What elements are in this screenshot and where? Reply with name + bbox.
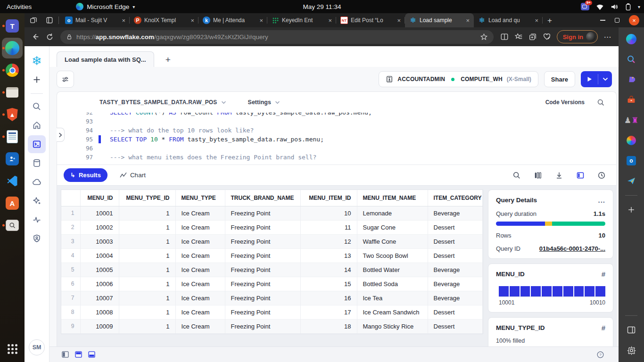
- sign-in-button[interactable]: Sign in: [557, 30, 598, 43]
- layout-left-panel-icon[interactable]: [62, 351, 69, 358]
- columns-icon[interactable]: [534, 171, 542, 180]
- add-sidebar-icon[interactable]: [625, 204, 637, 216]
- split-screen-icon[interactable]: [497, 30, 512, 44]
- browser-tab[interactable]: o Mail - Sujit V ×: [61, 13, 130, 27]
- table-row[interactable]: 9100091Ice CreamFreezing Point18Mango St…: [61, 319, 483, 333]
- sidebar-settings-icon[interactable]: [625, 344, 637, 356]
- favorites-icon[interactable]: [512, 30, 526, 44]
- browser-tab[interactable]: P KnolX Templ ×: [130, 13, 198, 27]
- dock-item-vscode[interactable]: [2, 171, 23, 191]
- worksheet-tab[interactable]: Load sample data with SQ...: [57, 51, 154, 67]
- sidebar-item-plus[interactable]: [28, 71, 46, 89]
- dock-item-libreoffice-writer[interactable]: [2, 126, 23, 147]
- dock-item-screenshot-tool[interactable]: [2, 215, 23, 236]
- dock-item-microsoft-365[interactable]: [2, 148, 23, 169]
- bookmark-star-icon[interactable]: [480, 33, 488, 41]
- table-row[interactable]: 8100081Ice CreamFreezing Point17Ice Crea…: [61, 305, 483, 319]
- history-icon[interactable]: [597, 171, 606, 180]
- sql-editor[interactable]: 92SELECT COUNT(*) AS row_count FROM tast…: [57, 113, 616, 165]
- tab-close-icon[interactable]: ×: [533, 17, 540, 24]
- sidebar-item-marketplace[interactable]: [28, 173, 46, 191]
- drop-sidebar-icon[interactable]: [625, 175, 637, 187]
- dock-item-teams[interactable]: T: [2, 16, 23, 36]
- outlook-sidebar-icon[interactable]: o: [625, 155, 637, 167]
- sidebar-panel-icon[interactable]: [625, 324, 637, 336]
- microsoft-365-sidebar-icon[interactable]: [625, 134, 637, 147]
- browser-tab[interactable]: ❄ Load and qu ×: [474, 13, 543, 27]
- layout-top-panel-icon[interactable]: [75, 351, 82, 358]
- share-button[interactable]: Share: [544, 71, 575, 87]
- tab-close-icon[interactable]: ×: [396, 17, 402, 24]
- tab-close-icon[interactable]: ×: [464, 17, 471, 24]
- browser-tab[interactable]: k Me | Attenda ×: [198, 13, 267, 27]
- battery-icon[interactable]: [625, 3, 631, 11]
- kebab-menu-icon[interactable]: ...: [598, 196, 605, 204]
- table-row[interactable]: 2100021Ice CreamFreezing Point11Sugar Co…: [61, 220, 483, 234]
- column-header[interactable]: MENU_TYPE: [175, 190, 225, 206]
- dock-item-files[interactable]: [2, 82, 23, 103]
- run-button[interactable]: [581, 76, 598, 82]
- tray-chevron-icon[interactable]: ▾: [638, 4, 640, 9]
- minimize-button[interactable]: [600, 20, 605, 21]
- browser-tab[interactable]: NT Edit Post “Lo ×: [336, 13, 405, 27]
- column-header[interactable]: MENU_ITEM_NAME: [357, 190, 428, 206]
- session-context-selector[interactable]: ACCOUNTADMIN COMPUTE_WH (X-Small): [379, 71, 538, 87]
- column-header[interactable]: MENU_ITEM_ID: [300, 190, 357, 206]
- column-header[interactable]: [61, 190, 80, 206]
- collections-icon[interactable]: [526, 30, 540, 44]
- restore-button[interactable]: [615, 18, 619, 23]
- table-row[interactable]: 7100071Ice CreamFreezing Point16Ice TeaB…: [61, 291, 483, 305]
- split-view-icon[interactable]: [576, 171, 585, 180]
- sidebar-item-projects[interactable]: [28, 135, 46, 153]
- refresh-button[interactable]: [42, 30, 57, 44]
- workspaces-icon[interactable]: [27, 14, 40, 26]
- user-avatar[interactable]: SM: [29, 339, 45, 355]
- sidebar-item-search[interactable]: [28, 98, 46, 115]
- tab-close-icon[interactable]: ×: [327, 17, 333, 24]
- tab-close-icon[interactable]: ×: [258, 17, 264, 24]
- dock-item-ubuntu-software[interactable]: A: [2, 193, 23, 214]
- url-field[interactable]: https://app.snowflake.com/gaqxgvw/zg8092…: [60, 30, 494, 44]
- activities-button[interactable]: Activities: [0, 3, 38, 10]
- download-icon[interactable]: [555, 171, 563, 180]
- tab-actions-icon[interactable]: [43, 14, 56, 26]
- sidebar-item-home[interactable]: [28, 116, 46, 134]
- column-header[interactable]: TRUCK_BRAND_NAME: [225, 190, 300, 206]
- sidebar-item-snowflake-logo[interactable]: ❄: [28, 52, 46, 70]
- browser-menu-icon[interactable]: ⋯: [601, 30, 615, 44]
- query-id-link[interactable]: 01b4a56c-0001-2470-...: [539, 245, 605, 252]
- clock[interactable]: May 29 11:34: [303, 3, 341, 10]
- browser-tab[interactable]: KeyedIn Ent ×: [267, 13, 336, 27]
- sidebar-item-data[interactable]: [28, 154, 46, 172]
- database-schema-selector[interactable]: TASTY_BYTES_SAMPLE_DATA.RAW_POS: [99, 99, 226, 106]
- column-header[interactable]: MENU_TYPE_ID: [119, 190, 175, 206]
- teams-tray-icon[interactable]: 9+: [581, 3, 589, 10]
- shopping-sidebar-icon[interactable]: [625, 74, 637, 86]
- expand-panel-button[interactable]: [57, 128, 65, 142]
- filters-button[interactable]: [57, 71, 74, 88]
- table-row[interactable]: 3100031Ice CreamFreezing Point12Waffle C…: [61, 234, 483, 248]
- column-header[interactable]: MENU_ID: [80, 190, 119, 206]
- back-button[interactable]: [28, 30, 42, 44]
- table-row[interactable]: 4100041Ice CreamFreezing Point13Two Scoo…: [61, 248, 483, 263]
- column-header[interactable]: ITEM_CATEGORY: [428, 190, 483, 206]
- table-row[interactable]: 6100061Ice CreamFreezing Point15Bottled …: [61, 277, 483, 291]
- toolbox-sidebar-icon[interactable]: [625, 94, 637, 106]
- copilot-sidebar-icon[interactable]: [625, 33, 637, 45]
- dock-item-chrome[interactable]: [2, 60, 23, 81]
- sidebar-item-activity[interactable]: [28, 211, 46, 229]
- search-sidebar-icon[interactable]: [625, 53, 637, 66]
- help-button[interactable]: ?: [596, 351, 604, 359]
- layout-bottom-panel-icon[interactable]: [88, 351, 95, 358]
- new-tab-button[interactable]: +: [543, 16, 557, 27]
- close-button[interactable]: ×: [629, 15, 639, 25]
- browser-tab[interactable]: ❄ Load sample ×: [405, 13, 474, 27]
- show-applications-button[interactable]: [2, 338, 23, 359]
- dock-item-edge[interactable]: [2, 38, 23, 58]
- browser-essentials-icon[interactable]: [540, 30, 554, 44]
- menu-id-histogram[interactable]: [499, 285, 605, 297]
- search-results-icon[interactable]: [512, 171, 521, 180]
- sidebar-item-ai[interactable]: [28, 192, 46, 210]
- new-worksheet-tab-button[interactable]: +: [165, 55, 171, 67]
- table-row[interactable]: 5100051Ice CreamFreezing Point14Bottled …: [61, 263, 483, 277]
